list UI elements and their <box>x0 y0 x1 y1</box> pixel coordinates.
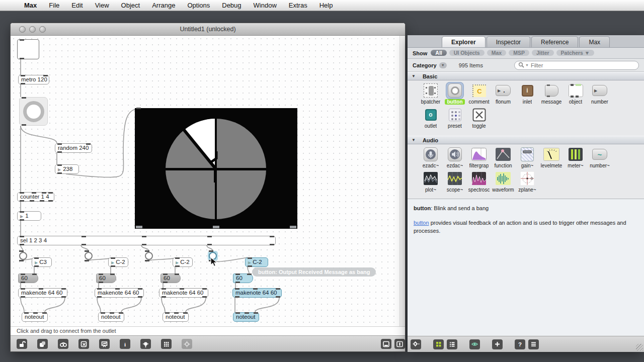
bang-button[interactable] <box>18 251 28 261</box>
close-window-button[interactable] <box>19 26 26 33</box>
palette-item-ezadc~[interactable]: ezadc~ <box>419 146 443 170</box>
menu-object[interactable]: Object <box>115 0 146 11</box>
object-box-counter[interactable]: counter 1 4 <box>17 192 54 202</box>
grid-icon[interactable] <box>161 339 172 349</box>
filter-pill-ui-objects[interactable]: UI Objects <box>449 50 485 56</box>
palette-item-zplane~[interactable]: zplane~ <box>515 170 539 195</box>
actions-icon[interactable] <box>182 339 192 349</box>
object-box-sel[interactable]: sel 1 2 3 4 <box>17 236 276 245</box>
zoom-window-button[interactable] <box>39 26 46 33</box>
palette-item-preset[interactable]: preset <box>443 107 467 131</box>
section-header-basic[interactable]: ▼Basic <box>408 72 644 80</box>
velocity-message-box[interactable]: 60 <box>96 274 116 283</box>
filter-pill-all[interactable]: All <box>431 50 446 56</box>
palette-item-ezdac~[interactable]: ezdac~ <box>443 146 467 170</box>
panel-handle[interactable] <box>136 226 142 228</box>
menu-view[interactable]: View <box>89 0 115 11</box>
menu-arrange[interactable]: Arrange <box>146 0 181 11</box>
object-box-makenote[interactable]: makenote 64 60 <box>159 288 208 298</box>
note-message-box[interactable]: ▶C3 <box>32 257 52 267</box>
split-vertical-icon[interactable] <box>394 339 405 349</box>
menu-max[interactable]: Max <box>18 0 43 11</box>
note-message-box[interactable]: ▶C-2 <box>245 257 268 267</box>
palette-item-inlet[interactable]: iinlet <box>515 82 539 107</box>
menu-file[interactable]: File <box>43 0 65 11</box>
bang-button[interactable] <box>144 251 154 261</box>
panel-handle[interactable] <box>213 226 219 228</box>
palette-item-function[interactable]: function <box>491 146 515 170</box>
palette-item-flonum[interactable]: ▶.flonum <box>491 82 515 107</box>
velocity-message-box[interactable]: 60 <box>18 274 38 283</box>
palette-item-waveform[interactable]: waveform <box>491 170 515 195</box>
object-box-noteout[interactable]: noteout <box>98 312 124 322</box>
tab-reference[interactable]: Reference <box>531 36 578 47</box>
palette-item-message[interactable]: message <box>539 82 564 107</box>
palette-item-object[interactable]: object <box>564 82 588 107</box>
reference-link[interactable]: button <box>414 220 429 226</box>
menu-debug[interactable]: Debug <box>216 0 247 11</box>
search-menu-arrow[interactable]: ▼ <box>525 63 529 67</box>
tab-explorer[interactable]: Explorer <box>442 36 486 47</box>
palette-item-spectrosc[interactable]: spectrosc <box>467 170 491 195</box>
menu-help[interactable]: Help <box>313 0 339 11</box>
lock-open-icon[interactable] <box>17 339 27 349</box>
filter-input[interactable] <box>531 62 635 68</box>
palette-item-scope~[interactable]: scope~ <box>443 170 467 195</box>
palette-item-filtergrap[interactable]: filtergrap <box>467 146 491 170</box>
menu-window[interactable]: Window <box>248 0 283 11</box>
toggle-box[interactable] <box>17 39 39 59</box>
velocity-message-box[interactable]: 60 <box>160 274 181 283</box>
close-box-icon[interactable] <box>78 339 89 349</box>
minimize-window-button[interactable] <box>29 26 36 33</box>
palette-item-comment[interactable]: Ccomment <box>467 82 491 107</box>
palette-item-levelmete[interactable]: levelmete <box>539 146 564 170</box>
section-header-audio[interactable]: ▼Audio <box>408 136 644 144</box>
object-box-random[interactable]: random 240 <box>55 143 92 153</box>
number-box[interactable]: ▶1 <box>17 211 41 221</box>
list-view-icon[interactable] <box>447 339 457 349</box>
bang-button[interactable] <box>19 97 48 126</box>
object-box-metro[interactable]: metro 120 <box>18 75 49 84</box>
grid-view-icon[interactable] <box>433 339 444 349</box>
menu-extras[interactable]: Extras <box>283 0 313 11</box>
help-icon[interactable]: ? <box>515 339 525 349</box>
velocity-message-box[interactable]: 60 <box>233 274 253 283</box>
gear-menu-icon[interactable] <box>411 339 421 349</box>
palette-item-number~[interactable]: ~number~ <box>588 146 612 170</box>
filter-pill-max[interactable]: Max <box>487 50 506 56</box>
tab-max[interactable]: Max <box>579 36 610 47</box>
object-box-noteout[interactable]: noteout <box>163 312 189 322</box>
palette-item-bpatcher[interactable]: bpatcher <box>419 82 443 107</box>
note-message-box[interactable]: ▶C-2 <box>108 257 128 267</box>
menu-options[interactable]: Options <box>181 0 216 11</box>
filter-pill-jitter[interactable]: Jitter <box>532 50 554 56</box>
filter-pill-patchers--[interactable]: Patchers ▼ <box>556 50 595 56</box>
eye-icon[interactable] <box>469 339 480 349</box>
resize-grip[interactable] <box>636 344 643 351</box>
window-title-bar[interactable]: Untitled1 (unlocked) <box>11 23 405 36</box>
object-box-makenote[interactable]: makenote 64 60 <box>95 288 144 298</box>
menu-icon[interactable] <box>528 339 539 349</box>
palette-item-plot~[interactable]: plot~ <box>419 170 443 195</box>
palette-item-number[interactable]: ▶number <box>588 82 612 107</box>
split-horizontal-icon[interactable] <box>381 339 391 349</box>
pie-display-panel[interactable] <box>135 108 297 229</box>
palette-item-meter~[interactable]: meter~ <box>564 146 588 170</box>
add-icon[interactable] <box>492 339 503 349</box>
palette-item-outlet[interactable]: ooutlet <box>419 107 443 131</box>
palette-item-button[interactable]: button <box>443 82 467 107</box>
object-box-noteout[interactable]: noteout <box>22 312 48 322</box>
filter-field[interactable]: ▼ <box>514 61 639 70</box>
tab-inspector[interactable]: Inspector <box>487 36 530 47</box>
palette-item-toggle[interactable]: toggle <box>467 107 491 131</box>
object-box-makenote[interactable]: makenote 64 60 <box>18 288 67 298</box>
bang-button[interactable] <box>84 251 94 261</box>
category-dropdown[interactable]: ▼ <box>439 62 447 68</box>
palette-item-gain~[interactable]: gain~ <box>515 146 539 170</box>
panel-handle[interactable] <box>290 226 296 228</box>
object-box-noteout[interactable]: noteout <box>233 312 259 322</box>
menu-edit[interactable]: Edit <box>65 0 89 11</box>
browse-icon[interactable] <box>58 339 68 349</box>
info-icon[interactable]: i <box>120 339 130 349</box>
plug-icon[interactable] <box>140 339 151 349</box>
